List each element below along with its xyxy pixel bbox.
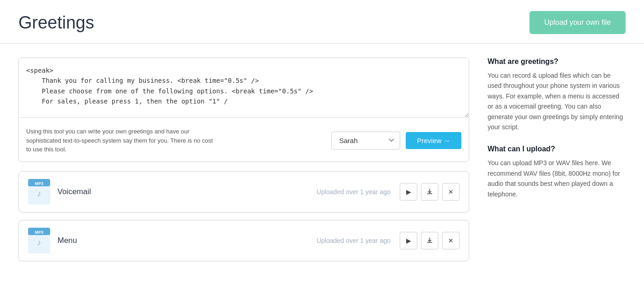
upload-own-file-button[interactable]: Upload your own file [529,11,626,34]
file-icon: MP3 ♪ [28,179,50,205]
svg-text:MP3: MP3 [35,230,44,235]
file-name: Menu [58,236,316,245]
svg-text:♪: ♪ [37,189,41,198]
file-card: MP3 ♪ Menu Uploaded over 1 year ago ▶ ✕ [18,220,469,261]
what-are-greetings-text: You can record & upload files which can … [488,70,626,132]
tts-hint-text: Using this tool you can write your own g… [26,127,219,154]
left-panel: Using this tool you can write your own g… [18,58,469,269]
file-timestamp: Uploaded over 1 year ago [316,237,391,244]
file-actions: ▶ ✕ [400,183,460,201]
file-card: MP3 ♪ Voicemail Uploaded over 1 year ago… [18,171,469,213]
tts-card: Using this tool you can write your own g… [18,58,469,162]
svg-text:♪: ♪ [37,238,41,247]
download-button[interactable] [421,232,438,249]
file-icon: MP3 ♪ [28,228,50,253]
delete-button[interactable]: ✕ [442,183,460,201]
svg-text:MP3: MP3 [35,181,44,186]
what-can-upload-text: You can upload MP3 or WAV files here. We… [488,158,626,199]
what-are-greetings-heading: What are greetings? [488,58,626,66]
upload-info-section: What can I upload? You can upload MP3 or… [488,145,626,199]
voice-select[interactable]: SarahJohnEmilyMichael [331,132,400,150]
page-header: Greetings Upload your own file [0,0,644,44]
file-list: MP3 ♪ Voicemail Uploaded over 1 year ago… [18,171,469,261]
what-can-upload-heading: What can I upload? [488,145,626,153]
download-button[interactable] [421,183,438,201]
main-content: Using this tool you can write your own g… [0,44,644,282]
tts-textarea[interactable] [19,58,469,118]
play-button[interactable]: ▶ [400,183,417,201]
page-title: Greetings [18,13,94,33]
right-panel: What are greetings? You can record & upl… [488,58,626,269]
file-timestamp: Uploaded over 1 year ago [316,188,391,196]
delete-button[interactable]: ✕ [442,232,460,249]
file-name: Voicemail [58,187,316,196]
tts-controls: SarahJohnEmilyMichael Preview → [331,132,461,150]
tts-footer: Using this tool you can write your own g… [19,120,469,161]
play-button[interactable]: ▶ [400,232,417,249]
greetings-info-section: What are greetings? You can record & upl… [488,58,626,132]
file-actions: ▶ ✕ [400,232,460,249]
preview-button[interactable]: Preview → [406,132,461,149]
